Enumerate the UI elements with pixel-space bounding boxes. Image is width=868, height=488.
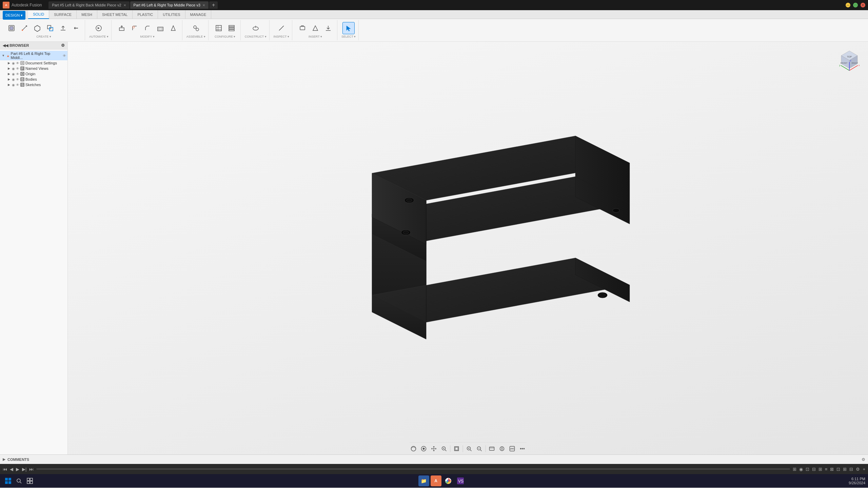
select-button[interactable] <box>342 22 355 34</box>
derive-button[interactable] <box>44 22 56 34</box>
timeline-tool-4[interactable]: ⊟ <box>812 467 816 472</box>
taskbar-app-chrome[interactable] <box>443 475 454 486</box>
tab-sheet-metal[interactable]: SHEET METAL <box>97 10 133 19</box>
tab-plastic[interactable]: PLASTIC <box>133 10 158 19</box>
timeline-settings-icon[interactable]: ⚙ <box>856 467 860 472</box>
tab-manage[interactable]: MANAGE <box>185 10 212 19</box>
tab-utilities[interactable]: UTILITIES <box>158 10 185 19</box>
task-view-button[interactable] <box>24 475 35 486</box>
minimize-button[interactable]: — <box>846 3 850 7</box>
tab-surface[interactable]: SURFACE <box>49 10 77 19</box>
construct-plane-button[interactable] <box>250 22 262 34</box>
start-button[interactable] <box>3 475 14 486</box>
timeline-first-button[interactable]: ⏮ <box>3 467 7 472</box>
new-component-button[interactable] <box>5 22 18 34</box>
orbit-tool-button[interactable] <box>410 445 418 453</box>
create-sketch-button[interactable] <box>18 22 31 34</box>
create-form-button[interactable] <box>31 22 43 34</box>
tree-visibility-root[interactable]: 👁 <box>63 54 66 58</box>
push-pull-button[interactable] <box>116 22 128 34</box>
timeline-tool-9[interactable]: ⊞ <box>843 467 847 472</box>
zoom-out-button[interactable] <box>475 445 484 453</box>
tree-expand-doc-settings[interactable]: ▶ <box>7 61 11 65</box>
timeline-next-button[interactable]: ▶| <box>22 467 26 472</box>
tree-item-named-views[interactable]: ▶ ◉ 👁 F Named Views <box>0 66 67 71</box>
pan-button[interactable] <box>430 445 438 453</box>
taskbar-app-file-explorer[interactable]: 📁 <box>418 475 429 486</box>
configure-params-button[interactable] <box>225 22 238 34</box>
tab-2-close[interactable]: ✕ <box>202 3 205 7</box>
timeline-tool-3[interactable]: ⊡ <box>806 467 809 472</box>
timeline-tool-1[interactable]: ⊞ <box>793 467 796 472</box>
tree-vis-sketches[interactable]: 👁 <box>16 83 19 87</box>
tree-expand-bodies[interactable]: ▶ <box>7 77 11 81</box>
tab-solid[interactable]: SOLID <box>28 10 49 19</box>
tab-1-close[interactable]: ✕ <box>123 3 126 7</box>
tree-item-root[interactable]: ▼ ▲ Part #6 Left & Right Top Middl... 👁 <box>0 51 67 60</box>
comments-settings-icon[interactable]: ⚙ <box>862 457 865 462</box>
look-at-button[interactable] <box>420 445 428 453</box>
tree-vis-named-views[interactable]: 👁 <box>16 67 19 70</box>
browser-settings-icon[interactable]: ⚙ <box>61 43 65 48</box>
search-taskbar-button[interactable] <box>14 475 24 486</box>
display-settings-button[interactable] <box>488 445 496 453</box>
more-display-button[interactable]: ••• <box>518 445 527 453</box>
zoom-window-button[interactable] <box>440 445 448 453</box>
svg-rect-5 <box>50 27 53 31</box>
tab-mesh[interactable]: MESH <box>77 10 97 19</box>
timeline-tool-7[interactable]: ⊠ <box>830 467 834 472</box>
tab-2[interactable]: Part #6 Left & Right Top Middle Piece v3… <box>130 1 209 9</box>
browser-expand-icon[interactable]: ◀◀ <box>3 43 8 48</box>
tree-vis-doc-settings[interactable]: 👁 <box>16 61 19 65</box>
measure-button[interactable] <box>275 22 288 34</box>
upload-button[interactable] <box>57 22 69 34</box>
new-tab-button[interactable]: + <box>209 1 218 9</box>
create-more-button[interactable] <box>70 22 82 34</box>
environment-button[interactable] <box>508 445 516 453</box>
tree-expand-named-views[interactable]: ▶ <box>7 66 11 70</box>
tree-icon-origin: ◉ <box>12 72 15 76</box>
timeline-tool-5[interactable]: ⊞ <box>818 467 822 472</box>
timeline-more-button[interactable]: + <box>863 467 865 472</box>
fit-button[interactable] <box>453 445 461 453</box>
comments-expand-icon[interactable]: ▶ <box>3 457 5 462</box>
timeline-tool-6[interactable]: ≡ <box>825 467 828 472</box>
tab-1[interactable]: Part #5 Left & Right Back Middle Piece v… <box>48 1 129 9</box>
shell-button[interactable] <box>154 22 166 34</box>
tree-item-bodies[interactable]: ▶ ◉ 👁 B Bodies <box>0 77 67 82</box>
draft-button[interactable] <box>167 22 179 34</box>
maximize-button[interactable]: □ <box>853 3 858 7</box>
viewport[interactable]: TOP RIGHT FRONT x y z <box>68 42 868 454</box>
fillet-button[interactable] <box>129 22 141 34</box>
zoom-in-button[interactable] <box>465 445 473 453</box>
visual-style-button[interactable] <box>498 445 506 453</box>
timeline-tool-8[interactable]: ⊡ <box>836 467 840 472</box>
viewcube[interactable]: TOP RIGHT FRONT x y z <box>836 47 863 74</box>
insert-svg-button[interactable] <box>309 22 321 34</box>
insert-more-button[interactable] <box>322 22 334 34</box>
taskbar-app-fusion[interactable]: A <box>431 475 441 486</box>
timeline-last-button[interactable]: ⏭ <box>29 467 34 472</box>
assemble-button[interactable] <box>190 22 202 34</box>
tree-item-sketches[interactable]: ▶ ◉ 👁 S Sketches <box>0 82 67 87</box>
tree-item-origin[interactable]: ▶ ◉ 👁 O Origin <box>0 71 67 77</box>
timeline-track[interactable] <box>36 468 790 470</box>
tree-vis-origin[interactable]: 👁 <box>16 72 19 76</box>
design-mode-button[interactable]: DESIGN ▾ <box>3 11 25 20</box>
timeline-prev-button[interactable]: ◀ <box>10 467 13 472</box>
insert-mcmaster-button[interactable] <box>296 22 309 34</box>
chamfer-button[interactable] <box>141 22 154 34</box>
timeline-tool-10[interactable]: ⊟ <box>849 467 853 472</box>
configure-table-button[interactable] <box>213 22 225 34</box>
tree-item-doc-settings[interactable]: ▶ ◉ 👁 D Document Settings <box>0 60 67 66</box>
close-button[interactable]: ✕ <box>861 3 865 7</box>
timeline-tool-2[interactable]: ◉ <box>799 467 803 472</box>
tree-expand-sketches[interactable]: ▶ <box>7 83 11 87</box>
taskbar-app-vs[interactable]: VS <box>455 475 466 486</box>
timeline-play-button[interactable]: ▶ <box>16 467 19 472</box>
tree-vis-bodies[interactable]: 👁 <box>16 78 19 81</box>
automate-button[interactable] <box>93 22 105 34</box>
configure-section: CONFIGURE ▾ <box>210 20 241 40</box>
tree-expand-root[interactable]: ▼ <box>1 54 5 58</box>
tree-expand-origin[interactable]: ▶ <box>7 72 11 76</box>
